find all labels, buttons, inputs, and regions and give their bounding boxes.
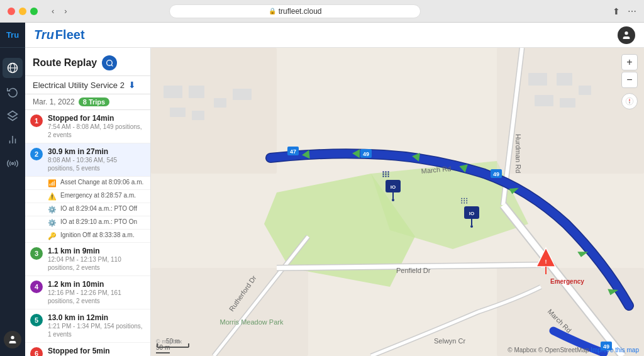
svg-text:IO: IO [391,184,396,190]
secure-icon: 🔒 [269,8,276,14]
nav-map-icon[interactable] [3,58,23,78]
event-item: ⚙️ IO at 8:29:10 a.m.: PTO On [25,216,150,230]
event-text: IO at 8:29:04 a.m.: PTO Off [60,205,137,212]
trip-title-3: 1.1 km in 9min [48,247,145,255]
close-button[interactable] [8,8,15,15]
svg-text:!: ! [545,259,547,265]
vehicle-name: Electrical Utility Service 2 [33,81,125,90]
list-item[interactable]: 3 1.1 km in 9min 12:04 PM - 12:13 PM, 11… [25,243,150,276]
svg-point-9 [625,31,628,35]
app-logo: TruFleet [34,28,85,42]
trip-detail-4: 12:16 PM - 12:26 PM, 161 positions, 2 ev… [48,289,145,305]
extensions-icon[interactable]: ⋯ [628,6,636,16]
map-scale: 50 m [156,344,170,353]
svg-text:⁝⁝⁝: ⁝⁝⁝ [460,196,468,206]
list-item[interactable]: 5 13.0 km in 12min 1:21 PM - 1:34 PM, 15… [25,309,150,343]
nav-layers-icon[interactable] [3,106,23,126]
map-container[interactable]: IO ⁝⁝⁝ IO [151,48,644,356]
svg-marker-3 [8,111,18,118]
zoom-out-button[interactable]: − [621,72,638,88]
trip-number-2: 2 [30,148,43,160]
back-button[interactable]: ‹ [48,5,58,17]
date-label: Mar. 1, 2022 [33,97,75,106]
svg-rect-25 [528,73,547,86]
svg-point-48 [392,199,394,201]
zoom-in-button[interactable]: + [621,54,638,70]
url-text: trufleet.cloud [279,7,322,16]
svg-text:Morris Meadow Park: Morris Meadow Park [220,318,284,326]
trip-info-5: 13.0 km in 12min 1:21 PM - 1:34 PM, 154 … [48,313,145,338]
event-item: 📶 Asset Change at 8:09:06 a.m. [25,177,150,190]
svg-point-53 [470,225,473,228]
svg-text:⁝⁝⁝: ⁝⁝⁝ [382,169,389,179]
svg-rect-20 [189,86,204,98]
svg-point-8 [11,336,14,339]
route-replay-title-row: Route Replay [33,55,143,70]
trip-info-2: 30.9 km in 27min 8:08 AM - 10:36 AM, 545… [48,147,145,172]
download-icon[interactable]: ⬇ [128,80,136,90]
list-item[interactable]: 6 Stopped for 5min 1:34 PM - 1:39 PM, 67… [25,343,150,356]
list-item[interactable]: 2 30.9 km in 27min 8:08 AM - 10:36 AM, 5… [25,143,150,177]
nav-chart-icon[interactable] [3,130,23,150]
event-text: Asset Change at 8:09:06 a.m. [60,179,143,186]
event-text: Ignition Off at 8:33:38 a.m. [60,231,135,238]
svg-point-10 [106,60,112,65]
user-avatar[interactable] [4,331,21,348]
svg-rect-27 [579,86,591,95]
map-svg: IO ⁝⁝⁝ IO [151,48,644,356]
trip-detail-1: 7:54 AM - 8:08 AM, 149 positions, 2 even… [48,123,145,139]
svg-text:Selwyn Cr: Selwyn Cr [434,337,465,345]
trip-detail-5: 1:21 PM - 1:34 PM, 154 positions, 1 even… [48,322,145,338]
trip-number-1: 1 [30,114,43,127]
maximize-button[interactable] [30,8,38,15]
svg-text:Hurdman Rd: Hurdman Rd [514,134,522,173]
svg-rect-24 [192,111,204,120]
trip-number-4: 4 [30,281,43,293]
event-text: IO at 8:29:10 a.m.: PTO On [60,218,137,225]
svg-text:49: 49 [493,171,499,177]
svg-rect-23 [170,108,186,117]
event-text: Emergency at 8:28:57 a.m. [60,192,136,199]
share-icon[interactable]: ⬆ [613,6,620,16]
trip-number-5: 5 [30,314,43,326]
panel-header: Route Replay [25,48,150,76]
route-replay-panel: Route Replay Electrical Utility Service … [25,48,151,356]
search-button[interactable] [102,55,117,70]
compass-button[interactable] [621,93,638,109]
address-bar[interactable]: 🔒 trufleet.cloud [169,4,421,18]
map-controls: + − [621,54,638,109]
browser-icons: ⬆ ⋯ [613,6,636,16]
nav-refresh-icon[interactable] [3,82,23,102]
vehicle-row: Electrical Utility Service 2 ⬇ [25,76,150,94]
pto-on-icon: ⚙️ [48,219,57,227]
trip-number-6: 6 [30,347,43,356]
svg-text:Emergency: Emergency [550,278,584,285]
improve-map-link[interactable]: Improve this map [591,347,639,353]
nav-broadcast-icon[interactable] [3,153,23,174]
ignition-icon: 🔑 [48,232,57,240]
app-logo-icon: Tru [6,30,19,40]
mapbox-attribution: © Mapbox © OpenStreetMap [508,347,591,353]
pto-off-icon: ⚙️ [48,206,57,214]
forward-button[interactable]: › [60,5,70,17]
minimize-button[interactable] [19,8,26,15]
route-replay-label: Route Replay [33,57,97,69]
svg-rect-22 [233,89,252,100]
asset-change-icon: 📶 [48,179,57,187]
map-attribution: © Mapbox © OpenStreetMap Improve this ma… [508,347,639,353]
date-trips-row: Mar. 1, 2022 8 Trips [25,94,150,110]
traffic-lights [8,8,38,15]
trip-detail-2: 8:08 AM - 10:36 AM, 545 positions, 5 eve… [48,156,145,172]
svg-line-11 [111,65,113,66]
trip-number-3: 3 [30,247,43,260]
header-user-icon[interactable] [618,26,635,44]
svg-rect-21 [214,98,226,108]
list-item[interactable]: 1 Stopped for 14min 7:54 AM - 8:08 AM, 1… [25,110,150,143]
list-item[interactable]: 4 1.2 km in 10min 12:16 PM - 12:26 PM, 1… [25,276,150,309]
svg-rect-26 [557,73,572,86]
event-item: ⚙️ IO at 8:29:04 a.m.: PTO Off [25,203,150,216]
trip-info-1: Stopped for 14min 7:54 AM - 8:08 AM, 149… [48,114,145,139]
app-header: TruFleet [25,23,644,48]
trip-detail-3: 12:04 PM - 12:13 PM, 110 positions, 2 ev… [48,255,145,272]
event-item: ⚠️ Emergency at 8:28:57 a.m. [25,190,150,203]
